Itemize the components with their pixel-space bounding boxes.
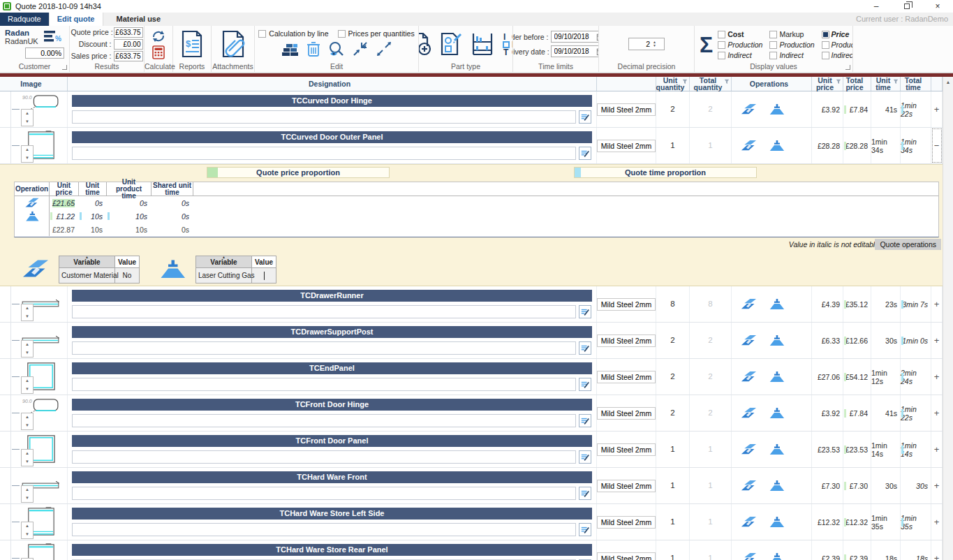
stepper-up-icon[interactable]: ▲ — [22, 110, 33, 118]
display-values-dialog-launcher-icon[interactable] — [845, 65, 850, 70]
designation-note-input[interactable] — [72, 414, 576, 427]
filter-icon[interactable] — [836, 79, 841, 84]
stepper-down-icon[interactable]: ▼ — [22, 531, 33, 539]
laser-operation-icon[interactable] — [741, 552, 757, 560]
delivery-date-input[interactable] — [554, 47, 596, 55]
bend-operation-icon[interactable] — [769, 480, 785, 492]
bend-operation-icon[interactable] — [769, 371, 785, 383]
designation-bar[interactable]: TCHard Ware Store Rear Panel — [72, 544, 592, 556]
row-expander-button[interactable]: + — [931, 468, 943, 503]
row-expander-button[interactable]: + — [931, 540, 943, 560]
cost-indirect-checkbox[interactable] — [718, 52, 725, 59]
notes-button[interactable] — [579, 147, 591, 160]
unit-quantity-cell[interactable]: 2 — [656, 395, 690, 431]
designation-note-input[interactable] — [72, 523, 576, 536]
scroll-up-icon[interactable]: ▲ — [943, 77, 953, 87]
order-before-input[interactable] — [554, 33, 596, 40]
unit-price-cell[interactable]: £28.28 — [812, 128, 843, 163]
decimal-precision-stepper[interactable]: ▲ ▼ — [628, 38, 665, 50]
collapse-all-icon[interactable] — [352, 41, 369, 57]
designation-bar[interactable]: TCFront Door Hinge — [72, 399, 592, 411]
unit-quantity-cell[interactable]: 2 — [656, 323, 690, 358]
unit-price-cell[interactable]: £2.39 — [812, 540, 843, 560]
unit-price-cell[interactable]: £6.33 — [812, 323, 843, 358]
unit-time-cell[interactable]: 23s — [871, 286, 901, 322]
filter-icon[interactable] — [682, 79, 688, 84]
variable-column-header[interactable]: ▲Variable — [196, 256, 252, 267]
unit-quantity-cell[interactable]: 1 — [656, 432, 690, 467]
bend-operation-icon[interactable] — [769, 103, 785, 116]
prices-per-quantities-checkbox[interactable] — [338, 30, 346, 38]
row-expander-button[interactable]: + — [931, 432, 943, 467]
row-expander-button[interactable]: + — [931, 359, 943, 395]
stepper-up-icon[interactable]: ▲ — [22, 522, 33, 531]
quantity-stepper[interactable]: ▲ ▼ — [21, 522, 34, 539]
quantity-stepper[interactable]: ▲ ▼ — [21, 145, 34, 163]
unit-quantity-cell[interactable]: 1 — [656, 504, 690, 540]
calculator-icon[interactable] — [152, 45, 165, 59]
stepper-down-icon[interactable]: ▼ — [22, 494, 33, 503]
tab-material-use[interactable]: Material use — [109, 13, 169, 26]
expand-all-icon[interactable] — [376, 41, 392, 57]
laser-operation-icon[interactable] — [741, 371, 757, 383]
decimal-down-icon[interactable]: ▼ — [653, 44, 656, 47]
unit-price-cell[interactable]: £7.30 — [812, 468, 843, 503]
tab-edit-quote[interactable]: Edit quote — [49, 13, 103, 26]
material-button[interactable]: Mild Steel 2mm — [597, 516, 656, 529]
recalculate-icon[interactable] — [151, 29, 166, 44]
filter-icon[interactable] — [724, 79, 730, 84]
row-expander-button[interactable]: + — [931, 504, 943, 540]
notes-button[interactable] — [579, 523, 591, 536]
material-button[interactable]: Mild Steel 2mm — [597, 552, 656, 560]
unit-time-cell[interactable]: 41s — [871, 395, 901, 431]
designation-bar[interactable]: TCEndPanel — [72, 362, 592, 374]
designation-bar[interactable]: TCHard Ware Front — [72, 471, 592, 483]
laser-operation-icon[interactable] — [741, 407, 757, 420]
unit-quantity-cell[interactable]: 2 — [656, 91, 690, 127]
notes-button[interactable] — [579, 378, 591, 391]
markup-production-checkbox[interactable] — [769, 41, 777, 49]
order-before-field[interactable] — [551, 31, 599, 43]
unit-price-cell[interactable]: £23.53 — [812, 432, 843, 467]
unit-price-cell[interactable]: £3.92 — [812, 91, 843, 127]
laser-operation-icon[interactable] — [741, 480, 757, 492]
nesting-bricks-icon[interactable] — [281, 42, 300, 57]
sales-price-input[interactable] — [114, 51, 143, 61]
bend-operation-icon[interactable] — [769, 407, 785, 420]
discount-input[interactable] — [114, 39, 143, 50]
close-icon[interactable]: × — [922, 0, 953, 13]
laser-operation-icon[interactable] — [741, 103, 757, 116]
bend-operation-icon[interactable] — [769, 516, 785, 529]
markup-checkbox[interactable] — [769, 31, 777, 38]
stepper-down-icon[interactable]: ▼ — [22, 349, 33, 358]
quantity-stepper[interactable]: ▲ ▼ — [21, 304, 34, 321]
bend-operation-icon[interactable] — [769, 140, 785, 152]
quantity-stepper[interactable]: ▲ ▼ — [21, 340, 34, 358]
unit-quantity-cell[interactable]: 1 — [656, 540, 690, 560]
material-button[interactable]: Mild Steel 2mm — [597, 407, 656, 420]
row-expander-button[interactable]: + — [931, 286, 943, 322]
customer-dialog-launcher-icon[interactable] — [62, 65, 67, 70]
stepper-down-icon[interactable]: ▼ — [22, 422, 33, 430]
material-button[interactable]: Mild Steel 2mm — [597, 480, 656, 492]
reports-icon[interactable]: $ — [180, 30, 204, 58]
markup-indirect-checkbox[interactable] — [769, 52, 777, 59]
bend-operation-icon[interactable] — [769, 552, 785, 560]
delete-trash-icon[interactable] — [306, 41, 320, 57]
unit-quantity-cell[interactable]: 2 — [656, 359, 690, 395]
unit-time-cell[interactable]: 1min 34s — [871, 128, 901, 163]
vertical-scrollbar[interactable]: ▲ — [943, 77, 953, 560]
unit-quantity-cell[interactable]: 1 — [656, 128, 690, 163]
decimal-precision-input[interactable] — [629, 40, 650, 48]
unit-price-cell[interactable]: £12.32 — [812, 504, 843, 540]
designation-note-input[interactable] — [72, 110, 576, 124]
designation-note-input[interactable] — [72, 341, 576, 355]
material-button[interactable]: Mild Steel 2mm — [597, 371, 656, 383]
unit-time-cell[interactable]: 41s — [871, 91, 901, 127]
designation-note-input[interactable] — [72, 147, 576, 160]
material-button[interactable]: Mild Steel 2mm — [597, 140, 656, 152]
notes-button[interactable] — [579, 414, 591, 427]
value-column-header[interactable]: Value — [115, 256, 139, 267]
notes-button[interactable] — [579, 341, 591, 355]
stepper-up-icon[interactable]: ▲ — [22, 413, 33, 422]
